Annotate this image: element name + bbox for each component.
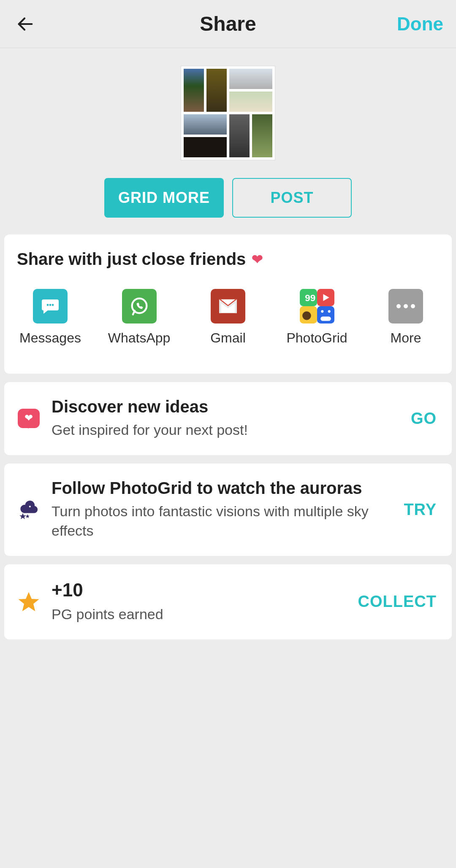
promo-subtitle: Get inspired for your next post! [52, 421, 400, 440]
cloud-stars-icon [17, 498, 41, 521]
promo-text: Follow PhotoGrid to watch the auroras Tu… [52, 479, 393, 541]
share-option-label: Gmail [210, 330, 246, 346]
svg-marker-21 [25, 514, 30, 518]
promo-action-collect[interactable]: COLLECT [358, 593, 439, 611]
whatsapp-icon [122, 289, 157, 323]
share-option-gmail[interactable]: Gmail [196, 289, 260, 346]
promo-points[interactable]: +10 PG points earned COLLECT [4, 564, 452, 639]
svg-marker-19 [19, 513, 26, 520]
svg-point-12 [302, 311, 311, 320]
done-button[interactable]: Done [397, 13, 443, 35]
promo-title: Follow PhotoGrid to watch the auroras [52, 479, 393, 498]
promo-text: Discover new ideas Get inspired for your… [52, 397, 400, 440]
star-icon [17, 590, 41, 614]
share-option-whatsapp[interactable]: WhatsApp [108, 289, 171, 346]
promo-title: Discover new ideas [52, 397, 400, 416]
share-option-label: WhatsApp [108, 330, 171, 346]
back-button[interactable] [13, 11, 38, 37]
share-option-label: Messages [19, 330, 81, 346]
photogrid-icon: 99 [300, 289, 334, 323]
promo-action-go[interactable]: GO [411, 410, 439, 428]
action-button-row: GRID MORE POST [104, 178, 352, 218]
svg-point-1 [47, 304, 49, 306]
post-button[interactable]: POST [232, 178, 352, 218]
share-option-messages[interactable]: Messages [19, 289, 82, 346]
preview-area: GRID MORE POST [0, 48, 456, 235]
heart-like-icon: ❤ [17, 407, 41, 430]
svg-point-17 [404, 304, 408, 308]
svg-point-20 [29, 506, 31, 507]
svg-rect-13 [320, 317, 331, 321]
share-option-label: PhotoGrid [286, 330, 347, 346]
promo-subtitle: Turn photos into fantastic visions with … [52, 502, 393, 541]
share-option-more[interactable]: More [374, 289, 437, 346]
share-options-row: Messages WhatsApp Gmail 99 PhotoGrid Mor… [17, 289, 439, 359]
svg-point-15 [328, 310, 330, 313]
promo-title: +10 [52, 580, 347, 601]
back-arrow-icon [16, 14, 35, 34]
promo-discover[interactable]: ❤ Discover new ideas Get inspired for yo… [4, 382, 452, 455]
share-heading: Share with just close friends ❤ [17, 250, 439, 269]
more-icon [388, 289, 423, 323]
share-option-photogrid[interactable]: 99 PhotoGrid [285, 289, 349, 346]
svg-point-14 [321, 310, 323, 313]
svg-point-18 [411, 304, 415, 308]
promo-action-try[interactable]: TRY [404, 501, 439, 519]
messages-icon [33, 289, 68, 323]
share-option-label: More [391, 330, 421, 346]
share-heading-label: Share with just close friends [17, 250, 246, 269]
promo-auroras[interactable]: Follow PhotoGrid to watch the auroras Tu… [4, 464, 452, 556]
heart-icon: ❤ [252, 251, 263, 267]
collage-preview[interactable] [181, 66, 275, 160]
svg-marker-22 [19, 592, 39, 611]
svg-point-3 [52, 304, 54, 306]
svg-point-2 [49, 304, 52, 306]
share-card: Share with just close friends ❤ Messages… [4, 235, 452, 374]
svg-text:99: 99 [305, 293, 315, 303]
svg-point-16 [396, 304, 401, 308]
page-title: Share [0, 12, 456, 35]
promo-subtitle: PG points earned [52, 605, 347, 624]
header: Share Done [0, 0, 456, 48]
gmail-icon [211, 289, 245, 323]
promo-text: +10 PG points earned [52, 580, 347, 624]
grid-more-button[interactable]: GRID MORE [104, 178, 224, 218]
